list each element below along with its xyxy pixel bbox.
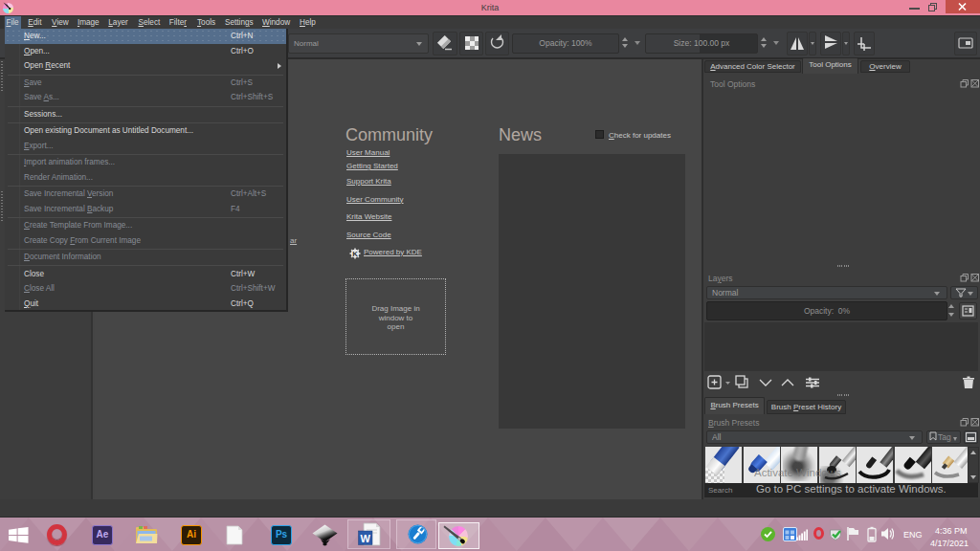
svg-text:K: K (352, 249, 358, 257)
svg-text:W: W (361, 533, 371, 544)
